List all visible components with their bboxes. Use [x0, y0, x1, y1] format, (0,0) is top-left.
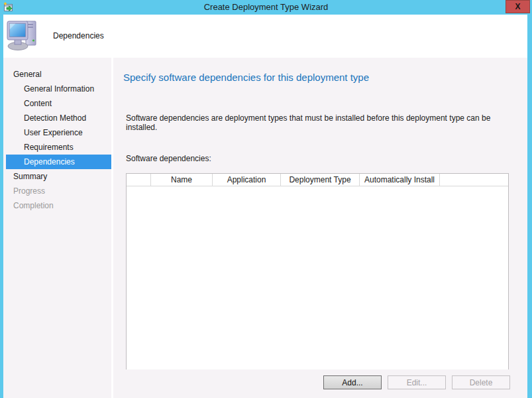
column-header-deployment-type[interactable]: Deployment Type [281, 174, 360, 186]
window-title: Create Deployment Type Wizard [0, 0, 532, 15]
column-header-application[interactable]: Application [213, 174, 281, 186]
sidebar-item-dependencies[interactable]: Dependencies [6, 155, 111, 169]
dependencies-table: Name Application Deployment Type Automat… [126, 173, 509, 369]
wizard-page-content: Specify software dependencies for this d… [113, 58, 527, 398]
table-button-row: Add... Edit... Delete [323, 375, 510, 389]
page-description: Software dependencies are deployment typ… [126, 113, 521, 132]
edit-button[interactable]: Edit... [388, 375, 446, 389]
wizard-steps-sidebar: General General Information Content Dete… [3, 58, 111, 398]
close-button[interactable]: X [505, 0, 530, 13]
sidebar-item-user-experience[interactable]: User Experience [6, 125, 111, 140]
wizard-banner: Dependencies [3, 15, 527, 58]
wizard-page-title: Dependencies [53, 15, 104, 58]
wizard-window: Create Deployment Type Wizard X [0, 0, 532, 398]
column-header-blank-right[interactable] [440, 174, 508, 186]
sidebar-item-detection-method[interactable]: Detection Method [6, 111, 111, 125]
sidebar-item-completion: Completion [6, 198, 111, 213]
computer-icon [7, 19, 41, 51]
column-header-name[interactable]: Name [151, 174, 213, 186]
close-icon: X [515, 2, 520, 11]
delete-button[interactable]: Delete [452, 375, 510, 389]
dependencies-table-header: Name Application Deployment Type Automat… [127, 174, 508, 186]
sidebar-item-requirements[interactable]: Requirements [6, 140, 111, 155]
sidebar-item-content[interactable]: Content [6, 96, 111, 111]
page-heading: Specify software dependencies for this d… [123, 72, 369, 83]
column-header-automatically-install[interactable]: Automatically Install [360, 174, 440, 186]
titlebar: Create Deployment Type Wizard X [0, 0, 532, 15]
sidebar-item-general-information[interactable]: General Information [6, 82, 111, 96]
dependencies-list-label: Software dependencies: [126, 154, 211, 163]
sidebar-item-general[interactable]: General [6, 67, 111, 82]
add-button[interactable]: Add... [323, 375, 382, 389]
dependencies-table-body [127, 186, 508, 369]
sidebar-item-progress: Progress [6, 184, 111, 198]
wizard-body: General General Information Content Dete… [3, 58, 527, 398]
column-header-blank-left[interactable] [127, 174, 151, 186]
sidebar-item-summary[interactable]: Summary [6, 169, 111, 184]
